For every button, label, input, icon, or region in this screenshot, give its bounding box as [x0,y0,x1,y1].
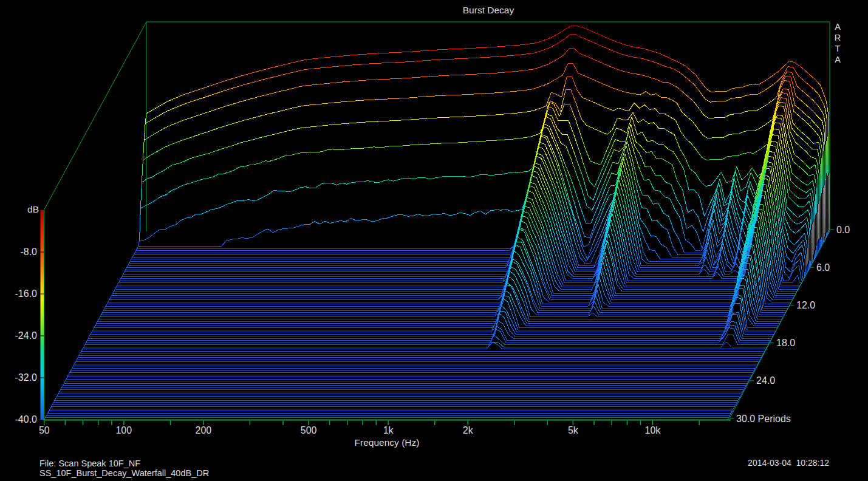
svg-text:SS_10F_Burst_Decay_Waterfall_4: SS_10F_Burst_Decay_Waterfall_40dB_DR [39,468,209,478]
svg-text:24.0: 24.0 [756,375,775,386]
svg-text:-40.0: -40.0 [15,414,38,425]
svg-text:5k: 5k [568,425,579,435]
svg-text:A: A [835,55,841,64]
svg-text:30.0 Periods: 30.0 Periods [736,414,791,424]
svg-text:File: Scan Speak 10F_NF: File: Scan Speak 10F_NF [39,459,140,468]
svg-text:2014-03-04 10:28:12: 2014-03-04 10:28:12 [748,458,829,468]
svg-text:2k: 2k [463,425,474,435]
svg-text:0.0: 0.0 [836,225,850,235]
svg-text:12.0: 12.0 [796,300,815,310]
svg-text:200: 200 [196,425,212,435]
svg-text:A: A [835,22,841,32]
svg-text:Burst Decay: Burst Decay [463,5,514,15]
svg-text:6.0: 6.0 [816,262,830,273]
svg-text:dB: dB [27,204,39,214]
svg-text:-8.0: -8.0 [20,247,37,257]
svg-text:18.0: 18.0 [776,338,795,348]
svg-text:R: R [835,33,841,43]
svg-text:100: 100 [115,425,132,435]
svg-text:500: 500 [301,425,317,435]
svg-text:-24.0: -24.0 [15,330,38,341]
svg-text:T: T [835,44,841,53]
svg-text:50: 50 [39,425,50,435]
svg-text:Frequency (Hz): Frequency (Hz) [355,437,420,448]
svg-text:1k: 1k [383,425,394,435]
svg-text:-16.0: -16.0 [15,288,38,299]
svg-text:-32.0: -32.0 [15,372,38,383]
svg-text:10k: 10k [645,425,661,435]
